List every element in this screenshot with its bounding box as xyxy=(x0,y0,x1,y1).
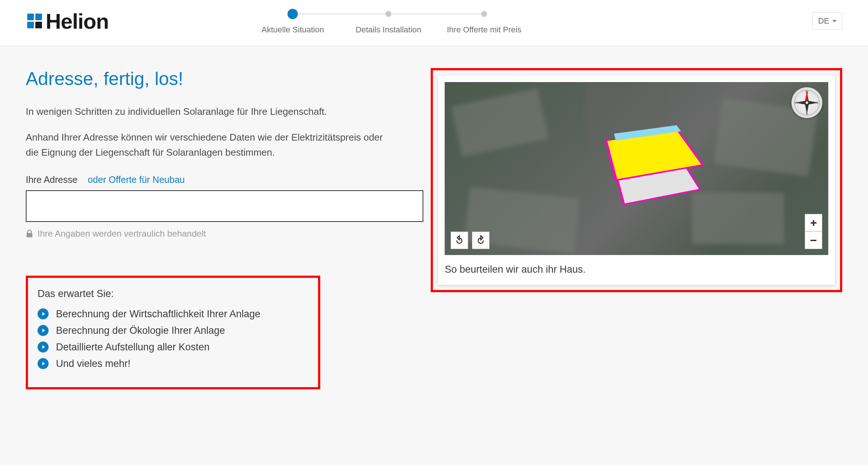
privacy-note: Ihre Angaben werden vertraulich behandel… xyxy=(26,229,409,239)
svg-rect-2 xyxy=(35,14,42,20)
zoom-controls: + − xyxy=(805,214,822,249)
chevron-right-icon xyxy=(38,358,49,369)
address-input[interactable] xyxy=(26,190,423,222)
form-column: Adresse, fertig, los! In wenigen Schritt… xyxy=(26,68,431,465)
step-dot-icon xyxy=(287,9,298,19)
minus-icon: − xyxy=(810,234,817,246)
expect-box: Das erwartet Sie: Berechnung der Wirtsch… xyxy=(26,276,320,389)
svg-text:S: S xyxy=(806,112,808,116)
lead-text: In wenigen Schritten zu individuellen So… xyxy=(26,104,409,119)
svg-rect-4 xyxy=(27,233,32,237)
svg-rect-1 xyxy=(27,22,34,28)
svg-text:E: E xyxy=(816,101,819,105)
expect-item-text: Und vieles mehr! xyxy=(56,358,131,369)
chevron-right-icon xyxy=(38,342,49,353)
language-code: DE xyxy=(818,16,829,26)
address-label: Ihre Adresse xyxy=(26,174,77,185)
map-caption: So beurteilen wir auch ihr Haus. xyxy=(445,264,828,275)
rotate-right-icon xyxy=(476,235,486,245)
zoom-out-button[interactable]: − xyxy=(805,231,822,249)
step-current-situation[interactable]: Aktuelle Situation xyxy=(245,11,341,35)
page-title: Adresse, fertig, los! xyxy=(26,68,409,89)
step-offer-price[interactable]: Ihre Offerte mit Preis xyxy=(436,11,532,35)
svg-rect-0 xyxy=(27,14,34,20)
list-item: Berechnung der Ökologie Ihrer Anlage xyxy=(38,325,306,336)
main-content: Adresse, fertig, los! In wenigen Schritt… xyxy=(0,46,868,465)
list-item: Und vieles mehr! xyxy=(38,358,306,369)
expect-list: Berechnung der Wirtschaftlichkeit Ihrer … xyxy=(38,308,306,369)
plus-icon: + xyxy=(810,217,817,229)
chevron-right-icon xyxy=(38,325,49,336)
rotate-right-button[interactable] xyxy=(472,231,490,249)
rotate-controls xyxy=(451,231,490,249)
svg-text:W: W xyxy=(795,101,798,105)
step-dot-icon xyxy=(481,11,487,17)
aerial-3d-view[interactable]: N E S W xyxy=(445,82,828,255)
map-card: N E S W xyxy=(438,75,835,285)
progress-stepper: Aktuelle Situation Details Installation … xyxy=(245,11,532,35)
step-dot-icon xyxy=(385,11,391,17)
expect-item-text: Berechnung der Ökologie Ihrer Anlage xyxy=(56,325,225,336)
preview-column: N E S W xyxy=(431,68,842,465)
lock-icon xyxy=(26,229,33,238)
logo[interactable]: Helion xyxy=(26,9,109,33)
header: Helion Aktuelle Situation Details Instal… xyxy=(0,0,868,46)
list-item: Detaillierte Aufstellung aller Kosten xyxy=(38,342,306,353)
step-label: Ihre Offerte mit Preis xyxy=(447,25,522,35)
map-highlight-frame: N E S W xyxy=(431,68,842,292)
expect-item-text: Detaillierte Aufstellung aller Kosten xyxy=(56,342,209,353)
step-label: Details Installation xyxy=(356,25,421,35)
privacy-text: Ihre Angaben werden vertraulich behandel… xyxy=(38,229,206,239)
expect-item-text: Berechnung der Wirtschaftlichkeit Ihrer … xyxy=(56,308,260,320)
rotate-left-button[interactable] xyxy=(451,231,468,249)
chevron-down-icon xyxy=(832,20,837,22)
list-item: Berechnung der Wirtschaftlichkeit Ihrer … xyxy=(38,308,306,320)
zoom-in-button[interactable]: + xyxy=(805,214,822,231)
rotate-left-icon xyxy=(454,235,465,245)
step-label: Aktuelle Situation xyxy=(261,25,324,35)
logo-icon xyxy=(26,12,43,30)
sub-text: Anhand Ihrer Adresse können wir verschie… xyxy=(26,130,387,160)
chevron-right-icon xyxy=(38,308,49,319)
neubau-link[interactable]: oder Offerte für Neubau xyxy=(88,174,185,185)
compass-icon[interactable]: N E S W xyxy=(791,87,822,118)
address-label-row: Ihre Adresse oder Offerte für Neubau xyxy=(26,174,409,185)
step-details-installation[interactable]: Details Installation xyxy=(341,11,436,35)
svg-text:N: N xyxy=(805,90,808,94)
logo-text: Helion xyxy=(46,9,109,33)
language-selector[interactable]: DE xyxy=(812,12,842,30)
svg-rect-3 xyxy=(35,22,42,28)
expect-title: Das erwartet Sie: xyxy=(38,288,306,300)
